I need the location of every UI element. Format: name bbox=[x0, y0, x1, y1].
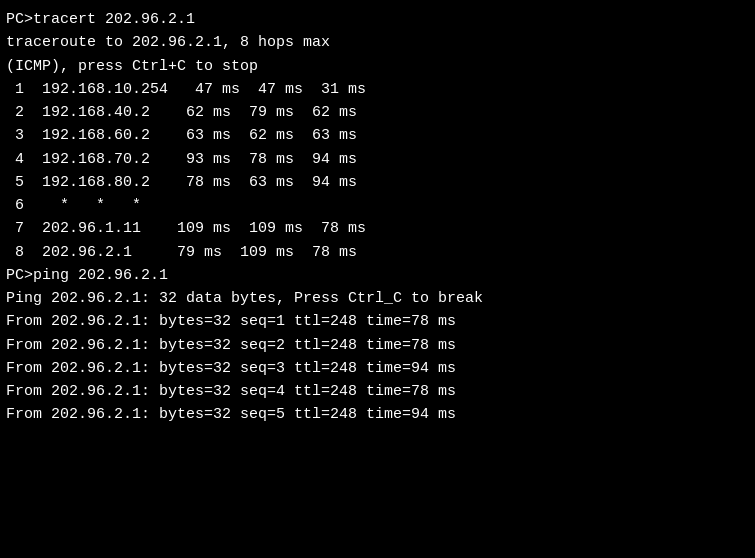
terminal-line-hop7: 7 202.96.1.11 109 ms 109 ms 78 ms bbox=[6, 217, 749, 240]
terminal-line-ping2: From 202.96.2.1: bytes=32 seq=2 ttl=248 … bbox=[6, 334, 749, 357]
terminal-line-hop1: 1 192.168.10.254 47 ms 47 ms 31 ms bbox=[6, 78, 749, 101]
terminal-line-hop6: 6 * * * bbox=[6, 194, 749, 217]
terminal-line-hop3: 3 192.168.60.2 63 ms 62 ms 63 ms bbox=[6, 124, 749, 147]
terminal-line-ping3: From 202.96.2.1: bytes=32 seq=3 ttl=248 … bbox=[6, 357, 749, 380]
terminal-line-ping1: From 202.96.2.1: bytes=32 seq=1 ttl=248 … bbox=[6, 310, 749, 333]
terminal-line-cmd-ping: PC>ping 202.96.2.1 bbox=[6, 264, 749, 287]
terminal-line-trace-header1: traceroute to 202.96.2.1, 8 hops max bbox=[6, 31, 749, 54]
terminal-line-hop8: 8 202.96.2.1 79 ms 109 ms 78 ms bbox=[6, 241, 749, 264]
terminal-line-trace-header2: (ICMP), press Ctrl+C to stop bbox=[6, 55, 749, 78]
terminal-line-hop2: 2 192.168.40.2 62 ms 79 ms 62 ms bbox=[6, 101, 749, 124]
terminal-line-hop5: 5 192.168.80.2 78 ms 63 ms 94 ms bbox=[6, 171, 749, 194]
terminal-line-ping4: From 202.96.2.1: bytes=32 seq=4 ttl=248 … bbox=[6, 380, 749, 403]
terminal-window[interactable]: PC>tracert 202.96.2.1traceroute to 202.9… bbox=[0, 0, 755, 558]
terminal-line-cmd-tracert: PC>tracert 202.96.2.1 bbox=[6, 8, 749, 31]
terminal-line-ping5: From 202.96.2.1: bytes=32 seq=5 ttl=248 … bbox=[6, 403, 749, 426]
terminal-line-hop4: 4 192.168.70.2 93 ms 78 ms 94 ms bbox=[6, 148, 749, 171]
terminal-line-ping-header: Ping 202.96.2.1: 32 data bytes, Press Ct… bbox=[6, 287, 749, 310]
